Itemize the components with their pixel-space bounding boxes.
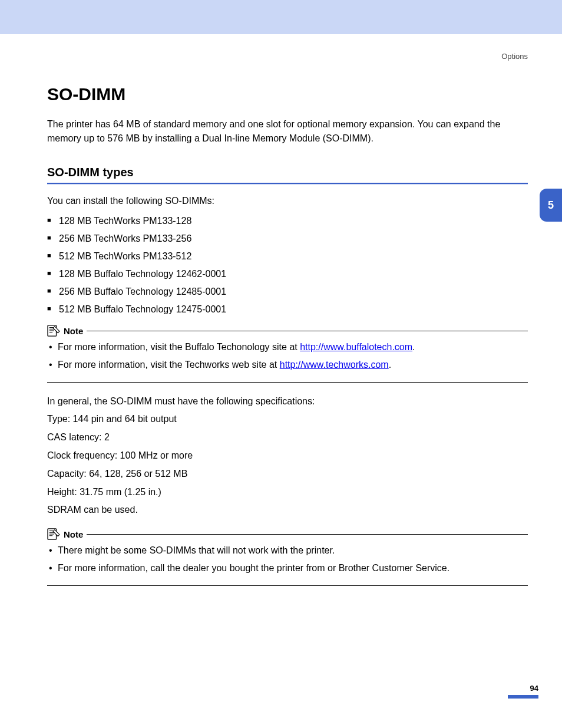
buffalo-link[interactable]: http://www.buffalotech.com — [300, 342, 412, 352]
list-item: 256 MB TechWorks PM133-256 — [59, 232, 528, 246]
spec-line: Clock frequency: 100 MHz or more — [47, 449, 528, 463]
note-bottom-rule — [47, 382, 528, 383]
note1-list: For more information, visit the Buffalo … — [47, 340, 528, 373]
page-body: Options SO-DIMM The printer has 64 MB of… — [0, 34, 562, 586]
section-rule — [47, 183, 528, 185]
note-icon — [47, 325, 60, 337]
note-bottom-rule — [47, 585, 528, 586]
page-number-bar — [508, 695, 538, 699]
top-band — [0, 0, 562, 34]
spec-line: Capacity: 64, 128, 256 or 512 MB — [47, 467, 528, 482]
spec-line: SDRAM can be used. — [47, 503, 528, 518]
spec-line: Height: 31.75 mm (1.25 in.) — [47, 485, 528, 500]
note-label: Note — [64, 326, 83, 336]
list-item: 256 MB Buffalo Technology 12485-0001 — [59, 285, 528, 299]
list-item: 512 MB Buffalo Technology 12475-0001 — [59, 302, 528, 317]
note-text-post: . — [412, 342, 415, 352]
page-number-wrap: 94 — [508, 684, 538, 699]
page-wrapper: 5 Options SO-DIMM The printer has 64 MB … — [0, 0, 562, 728]
list-item: 128 MB TechWorks PM133-128 — [59, 214, 528, 228]
list-item: For more information, visit the Techwork… — [58, 358, 528, 373]
spec-line: CAS latency: 2 — [47, 430, 528, 445]
page-title: SO-DIMM — [47, 84, 528, 104]
running-head: Options — [47, 52, 528, 61]
note-header: Note — [47, 325, 528, 337]
list-item: 128 MB Buffalo Technology 12462-0001 — [59, 267, 528, 281]
note-header: Note — [47, 528, 528, 540]
list-item: There might be some SO-DIMMs that will n… — [58, 543, 528, 558]
note-text-pre: For more information, visit the Buffalo … — [58, 342, 300, 352]
spec-line: Type: 144 pin and 64 bit output — [47, 412, 528, 427]
types-intro: You can install the following SO-DIMMs: — [47, 194, 528, 208]
section-heading: SO-DIMM types — [47, 166, 528, 179]
page-number: 94 — [508, 684, 538, 693]
note-text-pre: For more information, visit the Techwork… — [58, 360, 280, 370]
techworks-link[interactable]: http://www.techworks.com — [280, 360, 389, 370]
note-rule — [87, 331, 528, 331]
list-item: 512 MB TechWorks PM133-512 — [59, 249, 528, 263]
intro-paragraph: The printer has 64 MB of standard memory… — [47, 117, 528, 146]
note-text-post: . — [389, 360, 391, 370]
note-label: Note — [64, 529, 83, 539]
dimm-list: 128 MB TechWorks PM133-128 256 MB TechWo… — [47, 214, 528, 317]
note2-list: There might be some SO-DIMMs that will n… — [47, 543, 528, 576]
specs-block: In general, the SO-DIMM must have the fo… — [47, 394, 528, 518]
list-item: For more information, call the dealer yo… — [58, 561, 528, 576]
specs-intro: In general, the SO-DIMM must have the fo… — [47, 394, 528, 409]
note-rule — [87, 534, 528, 535]
list-item: For more information, visit the Buffalo … — [58, 340, 528, 355]
note-icon — [47, 528, 60, 540]
